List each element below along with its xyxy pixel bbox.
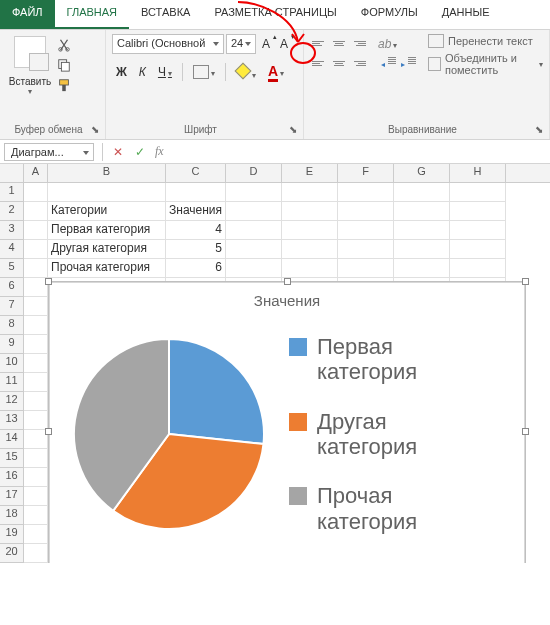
cell-F2[interactable] bbox=[338, 202, 394, 221]
row-header-5[interactable]: 5 bbox=[0, 259, 24, 278]
cell-B2[interactable]: Категории bbox=[48, 202, 166, 221]
tab-data[interactable]: ДАННЫЕ bbox=[430, 0, 502, 29]
row-header-4[interactable]: 4 bbox=[0, 240, 24, 259]
cell-A17[interactable] bbox=[24, 487, 48, 506]
font-color-button[interactable]: А bbox=[264, 63, 288, 81]
row-header-17[interactable]: 17 bbox=[0, 487, 24, 506]
cell-A9[interactable] bbox=[24, 335, 48, 354]
align-right[interactable] bbox=[350, 54, 368, 72]
row-header-13[interactable]: 13 bbox=[0, 411, 24, 430]
cell-A2[interactable] bbox=[24, 202, 48, 221]
chart-legend[interactable]: ПерваякатегорияДругаякатегорияПрочаякате… bbox=[289, 334, 417, 534]
chart-handle-tm[interactable] bbox=[284, 278, 291, 285]
tab-insert[interactable]: ВСТАВКА bbox=[129, 0, 202, 29]
cell-B5[interactable]: Прочая категория bbox=[48, 259, 166, 278]
row-header-16[interactable]: 16 bbox=[0, 468, 24, 487]
accept-formula-icon[interactable]: ✓ bbox=[129, 145, 151, 159]
select-all-corner[interactable] bbox=[0, 164, 24, 182]
legend-item[interactable]: Перваякатегория bbox=[289, 334, 417, 385]
row-header-15[interactable]: 15 bbox=[0, 449, 24, 468]
cell-A20[interactable] bbox=[24, 544, 48, 563]
column-header-C[interactable]: C bbox=[166, 164, 226, 182]
cell-B3[interactable]: Первая категория bbox=[48, 221, 166, 240]
bold-button[interactable]: Ж bbox=[112, 63, 131, 81]
cell-A16[interactable] bbox=[24, 468, 48, 487]
name-box[interactable]: Диаграм... bbox=[4, 143, 94, 161]
cell-A15[interactable] bbox=[24, 449, 48, 468]
tab-home[interactable]: ГЛАВНАЯ bbox=[55, 0, 129, 29]
wrap-text-button[interactable]: Перенести текст bbox=[428, 34, 543, 48]
tab-file[interactable]: ФАЙЛ bbox=[0, 0, 55, 29]
cell-H2[interactable] bbox=[450, 202, 506, 221]
cell-A10[interactable] bbox=[24, 354, 48, 373]
decrease-indent-button[interactable]: ◂ bbox=[380, 55, 398, 71]
legend-item[interactable]: Прочаякатегория bbox=[289, 483, 417, 534]
row-header-1[interactable]: 1 bbox=[0, 183, 24, 202]
border-button[interactable] bbox=[189, 63, 219, 82]
row-header-20[interactable]: 20 bbox=[0, 544, 24, 563]
chart-handle-ml[interactable] bbox=[45, 428, 52, 435]
row-header-9[interactable]: 9 bbox=[0, 335, 24, 354]
row-header-12[interactable]: 12 bbox=[0, 392, 24, 411]
column-header-G[interactable]: G bbox=[394, 164, 450, 182]
paste-button[interactable]: Вставить ▾ bbox=[6, 34, 54, 122]
cell-A7[interactable] bbox=[24, 297, 48, 316]
tab-formulas[interactable]: ФОРМУЛЫ bbox=[349, 0, 430, 29]
cell-A18[interactable] bbox=[24, 506, 48, 525]
column-header-D[interactable]: D bbox=[226, 164, 282, 182]
italic-button[interactable]: К bbox=[135, 63, 150, 81]
row-header-3[interactable]: 3 bbox=[0, 221, 24, 240]
cell-G2[interactable] bbox=[394, 202, 450, 221]
cancel-formula-icon[interactable]: ✕ bbox=[107, 145, 129, 159]
cell-E1[interactable] bbox=[282, 183, 338, 202]
column-header-B[interactable]: B bbox=[48, 164, 166, 182]
cell-C4[interactable]: 5 bbox=[166, 240, 226, 259]
align-top-center[interactable] bbox=[330, 34, 348, 52]
chart-handle-tr[interactable] bbox=[522, 278, 529, 285]
pie-slice[interactable] bbox=[169, 339, 264, 444]
cell-D4[interactable] bbox=[226, 240, 282, 259]
cell-A1[interactable] bbox=[24, 183, 48, 202]
cell-H4[interactable] bbox=[450, 240, 506, 259]
chart-handle-tl[interactable] bbox=[45, 278, 52, 285]
cell-C3[interactable]: 4 bbox=[166, 221, 226, 240]
cell-H1[interactable] bbox=[450, 183, 506, 202]
chart-object[interactable]: Значения ПерваякатегорияДругаякатегорияП… bbox=[48, 281, 526, 563]
cell-A4[interactable] bbox=[24, 240, 48, 259]
column-header-F[interactable]: F bbox=[338, 164, 394, 182]
cell-G3[interactable] bbox=[394, 221, 450, 240]
cell-E2[interactable] bbox=[282, 202, 338, 221]
orientation-button[interactable]: ab bbox=[374, 35, 418, 53]
cell-D2[interactable] bbox=[226, 202, 282, 221]
row-header-11[interactable]: 11 bbox=[0, 373, 24, 392]
cell-H3[interactable] bbox=[450, 221, 506, 240]
cut-icon[interactable] bbox=[56, 38, 72, 52]
column-header-E[interactable]: E bbox=[282, 164, 338, 182]
cell-D5[interactable] bbox=[226, 259, 282, 278]
cell-B4[interactable]: Другая категория bbox=[48, 240, 166, 259]
align-center[interactable] bbox=[330, 54, 348, 72]
cell-D3[interactable] bbox=[226, 221, 282, 240]
row-header-10[interactable]: 10 bbox=[0, 354, 24, 373]
cell-A19[interactable] bbox=[24, 525, 48, 544]
column-header-H[interactable]: H bbox=[450, 164, 506, 182]
cell-A3[interactable] bbox=[24, 221, 48, 240]
row-header-18[interactable]: 18 bbox=[0, 506, 24, 525]
cell-F1[interactable] bbox=[338, 183, 394, 202]
increase-indent-button[interactable]: ▸ bbox=[400, 55, 418, 71]
underline-button[interactable]: Ч bbox=[154, 63, 176, 81]
fx-label[interactable]: fx bbox=[151, 144, 168, 159]
chart-title[interactable]: Значения bbox=[49, 292, 525, 309]
font-name-combo[interactable]: Calibri (Основной bbox=[112, 34, 224, 54]
cell-F5[interactable] bbox=[338, 259, 394, 278]
cell-D1[interactable] bbox=[226, 183, 282, 202]
cell-G1[interactable] bbox=[394, 183, 450, 202]
cell-G4[interactable] bbox=[394, 240, 450, 259]
cell-E3[interactable] bbox=[282, 221, 338, 240]
cell-C5[interactable]: 6 bbox=[166, 259, 226, 278]
font-launcher-icon[interactable]: ⬊ bbox=[289, 124, 297, 135]
clipboard-launcher-icon[interactable]: ⬊ bbox=[91, 124, 99, 135]
cell-C1[interactable] bbox=[166, 183, 226, 202]
format-painter-icon[interactable] bbox=[56, 78, 72, 92]
cell-F4[interactable] bbox=[338, 240, 394, 259]
